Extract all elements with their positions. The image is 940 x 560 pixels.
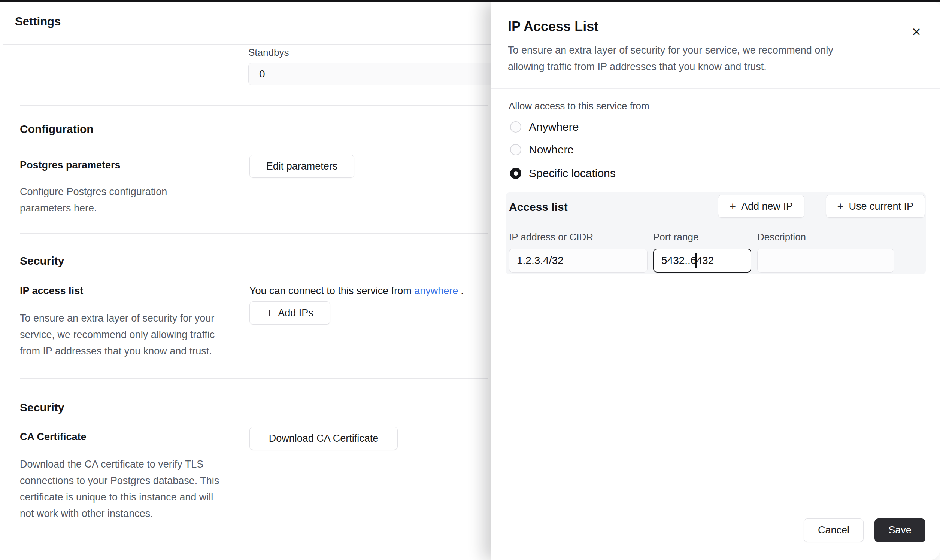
edit-parameters-button[interactable]: Edit parameters	[250, 155, 354, 178]
plus-icon: +	[729, 201, 736, 212]
use-current-ip-button[interactable]: + Use current IP	[826, 195, 925, 218]
ca-certificate-description: Download the CA certificate to verify TL…	[20, 456, 220, 522]
download-ca-certificate-button[interactable]: Download CA Certificate	[250, 427, 398, 450]
ca-certificate-label: CA Certificate	[20, 431, 86, 443]
column-header-port-range: Port range	[653, 231, 698, 243]
connect-text-prefix: You can connect to this service from	[250, 285, 414, 297]
ip-access-list-drawer: IP Access List ✕ To ensure an extra laye…	[491, 2, 940, 560]
drawer-description: To ensure an extra layer of security for…	[508, 42, 864, 75]
app-screen: Settings Standbys 0 Configuration Postgr…	[0, 0, 940, 560]
edit-parameters-label: Edit parameters	[266, 161, 338, 172]
access-list-section: Access list + Add new IP + Use current I…	[505, 192, 926, 274]
ip-access-list-description: To ensure an extra layer of security for…	[20, 310, 220, 359]
save-button[interactable]: Save	[874, 518, 925, 542]
close-icon[interactable]: ✕	[908, 23, 925, 40]
text-caret	[695, 254, 697, 268]
add-ips-button[interactable]: + Add IPs	[250, 302, 330, 325]
drawer-title: IP Access List	[508, 19, 598, 34]
plus-icon: +	[837, 201, 844, 212]
radio-icon[interactable]	[510, 121, 521, 132]
anywhere-link[interactable]: anywhere	[414, 285, 458, 297]
connect-from-text: You can connect to this service from any…	[250, 285, 464, 297]
add-new-ip-button[interactable]: + Add new IP	[718, 195, 804, 218]
save-label: Save	[888, 525, 912, 536]
use-current-ip-label: Use current IP	[849, 201, 914, 212]
header-divider	[3, 44, 494, 45]
radio-label: Anywhere	[529, 120, 579, 133]
column-header-description: Description	[757, 231, 806, 243]
drawer-footer-divider	[491, 500, 940, 500]
radio-option-nowhere[interactable]: Nowhere	[510, 142, 574, 158]
radio-label: Nowhere	[529, 143, 574, 156]
ip-address-value: 1.2.3.4/32	[517, 255, 564, 266]
section-divider	[20, 105, 488, 106]
standbys-value: 0	[259, 68, 265, 80]
download-ca-label: Download CA Certificate	[269, 433, 379, 444]
standbys-label: Standbys	[248, 47, 289, 58]
add-ips-label: Add IPs	[278, 307, 313, 319]
section-divider	[20, 378, 488, 379]
postgres-parameters-label: Postgres parameters	[20, 160, 120, 171]
section-divider	[20, 233, 488, 234]
column-header-ip: IP address or CIDR	[509, 231, 593, 243]
radio-icon[interactable]	[510, 168, 521, 179]
radio-icon[interactable]	[510, 144, 521, 155]
security-ca-heading: Security	[20, 401, 64, 414]
radio-option-specific-locations[interactable]: Specific locations	[510, 165, 616, 182]
plus-icon: +	[266, 308, 273, 318]
security-heading: Security	[20, 255, 64, 267]
port-range-value: 5432..6432	[661, 255, 714, 266]
cancel-label: Cancel	[818, 525, 849, 536]
ip-address-input[interactable]: 1.2.3.4/32	[509, 249, 647, 272]
standbys-input[interactable]: 0	[248, 63, 501, 85]
postgres-parameters-description: Configure Postgres configuration paramet…	[20, 183, 220, 216]
allow-access-label: Allow access to this service from	[509, 100, 649, 112]
connect-text-suffix: .	[461, 285, 464, 297]
drawer-header-divider	[491, 88, 940, 89]
ip-access-list-label: IP access list	[20, 285, 83, 297]
port-range-input[interactable]: 5432..6432	[653, 249, 751, 272]
radio-option-anywhere[interactable]: Anywhere	[510, 118, 579, 135]
access-list-heading: Access list	[509, 201, 568, 213]
page-title: Settings	[15, 15, 61, 28]
add-new-ip-label: Add new IP	[741, 201, 793, 212]
cancel-button[interactable]: Cancel	[804, 518, 864, 542]
configuration-heading: Configuration	[20, 123, 94, 135]
description-input[interactable]	[757, 249, 894, 272]
radio-label: Specific locations	[529, 167, 616, 180]
